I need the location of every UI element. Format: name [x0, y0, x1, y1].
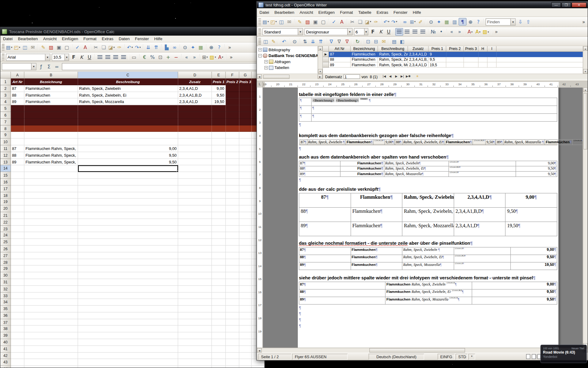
cell-G42[interactable] — [239, 352, 251, 359]
writer-menu-tabelle[interactable]: Tabelle — [356, 9, 374, 16]
cell-G44[interactable] — [239, 366, 251, 368]
cell-G34[interactable] — [239, 299, 251, 306]
find-toolbar-combo[interactable]: ▼ — [486, 18, 516, 25]
cell-C5[interactable] — [78, 105, 178, 112]
row-header-28[interactable]: 28 — [0, 259, 11, 266]
writer-menu-hilfe[interactable]: Hilfe — [410, 9, 424, 16]
cell-B24[interactable] — [24, 232, 78, 239]
email-button[interactable]: ✉ — [285, 18, 293, 25]
media-player-notification[interactable]: 100 von 1001 Neuer Titel Road Movie (6:4… — [540, 345, 587, 363]
cell-B30[interactable] — [24, 272, 78, 279]
cell-G33[interactable] — [239, 292, 251, 299]
input-line[interactable] — [62, 63, 264, 70]
cell-A11[interactable]: 87 — [11, 145, 24, 152]
grid-column-header-zusatz[interactable]: Zusatz — [408, 46, 428, 52]
font-color-button[interactable]: A▾ — [217, 53, 225, 61]
data-to-fields-button[interactable]: ⊟ — [372, 37, 380, 45]
row-header-37[interactable]: 37 — [0, 319, 11, 326]
row-header-4[interactable]: 4 — [0, 98, 11, 105]
grid-cell[interactable]: 88 — [329, 57, 351, 62]
table-cell[interactable]: Flammkuchen¶ — [445, 140, 473, 145]
cell-B23[interactable] — [24, 225, 78, 232]
scroll-left-icon[interactable]: ◀ — [257, 348, 262, 353]
paragraph-style-input[interactable] — [263, 29, 298, 34]
font-color-button[interactable]: A▾ — [466, 28, 474, 35]
cell-C30[interactable] — [78, 272, 178, 279]
merge-cells-button[interactable]: ▭ — [130, 53, 138, 61]
cell-B16[interactable] — [24, 179, 78, 186]
cell-E13[interactable] — [212, 159, 226, 165]
grid-cell[interactable]: Rahm, Speck, Mo — [378, 62, 408, 67]
align-right-button[interactable] — [112, 53, 120, 61]
data-source-grid[interactable]: Art NrBezeichnungBeschreibungZusatzPreis… — [323, 46, 583, 74]
cell-A26[interactable] — [11, 246, 24, 252]
cell-A28[interactable] — [11, 259, 24, 266]
grid-cell[interactable] — [478, 57, 487, 62]
cell-D3[interactable]: 2,3,4,A1,B,D — [178, 92, 212, 99]
format-paintbrush-button[interactable]: ✑ — [372, 18, 380, 25]
row-header-11[interactable]: 11 — [0, 145, 11, 152]
toolbar-grip[interactable] — [2, 44, 5, 51]
status-page-style[interactable]: Flyer 6S AUSSEN — [292, 354, 348, 360]
calc-menu-bearbeiten[interactable]: Bearbeiten — [15, 36, 40, 42]
table-cell[interactable]: 88¶ — [299, 255, 351, 262]
cell-F16[interactable] — [226, 179, 239, 186]
vertical-ruler[interactable]: 12345678910111213141516171819 — [257, 87, 263, 348]
close-button[interactable]: ✕ — [571, 2, 586, 7]
cell-C42[interactable] — [78, 352, 178, 359]
table-cell[interactable]: 2,3,4,A1,D¶ — [454, 193, 505, 208]
chevron-down-icon[interactable]: ▼ — [364, 29, 368, 35]
export-pdf-button[interactable]: ▨ — [304, 18, 312, 25]
cell-F8[interactable] — [226, 125, 239, 132]
navigator-button[interactable]: ✦ — [189, 44, 197, 51]
cell-E29[interactable] — [212, 266, 226, 272]
table-cell[interactable]: 2,3,4,A1,D¶ — [454, 222, 505, 236]
table-cell[interactable]: Rahm,·Speck,·Zwiebeln·¶ — [402, 247, 454, 255]
email-button[interactable]: ✉ — [29, 44, 37, 51]
edit-data-button[interactable]: ✎ — [270, 37, 277, 45]
grid-cell[interactable]: 2,3,4,A1,D — [408, 62, 428, 67]
find-input[interactable] — [486, 19, 511, 25]
cell-A10[interactable] — [11, 139, 24, 145]
cell-C13[interactable]: 9,50 — [78, 159, 178, 165]
cell-G7[interactable] — [239, 119, 251, 125]
row-header-21[interactable]: 21 — [0, 212, 11, 219]
cut-button[interactable]: ✂ — [349, 18, 356, 25]
cell-D31[interactable] — [178, 279, 212, 286]
cell-D6[interactable] — [178, 112, 212, 119]
align-right-button[interactable] — [411, 28, 419, 35]
cell-D28[interactable] — [178, 259, 212, 266]
doc-heading[interactable]: tabelle·mit·eingefügten·feldern·in·einer… — [299, 92, 557, 98]
cell-G27[interactable] — [239, 252, 251, 259]
cell-F12[interactable] — [226, 152, 239, 159]
doc-table[interactable]: 87¶Flammkuchen¶Rahm,·Speck,·Zwiebeln¶2,3… — [299, 161, 557, 177]
cell-B35[interactable] — [24, 306, 78, 312]
cell-D1[interactable]: Zusatz — [178, 79, 212, 85]
row-header-19[interactable]: 19 — [0, 199, 11, 205]
last-record-button[interactable]: ▶| — [399, 74, 405, 79]
cell-H44[interactable] — [252, 366, 265, 368]
new-record-button[interactable]: ▶✱ — [405, 74, 411, 79]
cell-D40[interactable] — [178, 339, 212, 346]
table-cell[interactable]: 2,3,4,A1,D¶ — [449, 161, 516, 166]
cell-E37[interactable] — [212, 319, 226, 326]
cell-C11[interactable]: 9,00 — [78, 145, 178, 152]
sort-descending-button[interactable]: ⇈ — [152, 44, 160, 51]
cell-D33[interactable] — [178, 292, 212, 299]
cell-F23[interactable] — [226, 225, 239, 232]
cell-F40[interactable] — [226, 339, 239, 346]
cell-F35[interactable] — [226, 306, 239, 312]
grid-cell[interactable] — [464, 52, 479, 57]
align-left-button[interactable] — [96, 53, 104, 61]
cell-F33[interactable] — [226, 292, 239, 299]
cell-A21[interactable] — [11, 212, 24, 219]
status-language[interactable]: Deutsch (Deutschland) — [369, 354, 424, 360]
cell-F21[interactable] — [226, 212, 239, 219]
cell-B10[interactable] — [24, 139, 78, 145]
cell-F1[interactable]: Preis 2 — [226, 79, 239, 85]
column-header-D[interactable]: D — [178, 72, 212, 79]
cell-B33[interactable] — [24, 292, 78, 299]
cell-A24[interactable] — [11, 232, 24, 239]
sort-ascending-button[interactable]: ⇊ — [144, 44, 152, 51]
cell-C7[interactable] — [78, 119, 178, 125]
